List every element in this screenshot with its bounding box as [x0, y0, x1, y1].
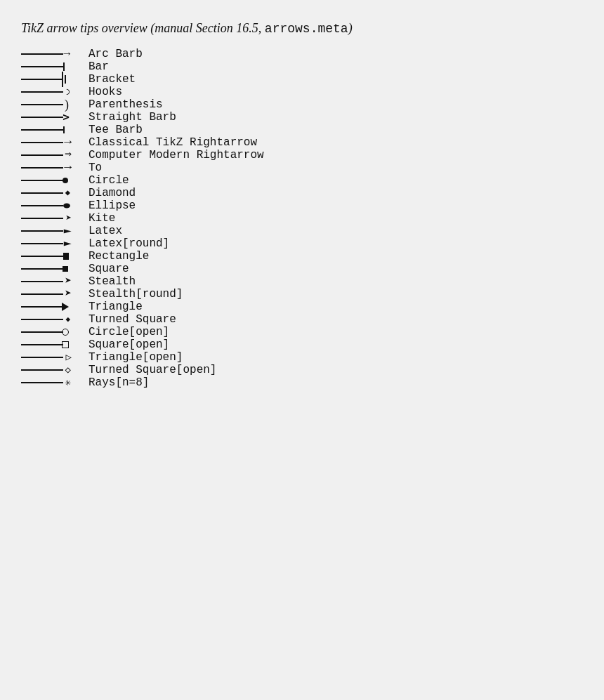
arrow-symbol	[21, 243, 84, 244]
list-item: Rectangle	[21, 251, 583, 262]
arrow-symbol	[21, 66, 84, 67]
list-item: Kite	[21, 213, 583, 224]
list-item: Bar	[21, 61, 583, 72]
ellipse-arrow	[21, 205, 63, 206]
list-item: Hooks	[21, 86, 583, 98]
tee-barb-arrow	[21, 129, 63, 131]
list-item: Turned Square	[21, 314, 583, 325]
item-label: Ellipse	[88, 200, 136, 211]
item-label: Computer Modern Rightarrow	[88, 150, 264, 161]
list-item: Straight Barb	[21, 112, 583, 123]
list-item: Parenthesis	[21, 99, 583, 110]
latex-arrow	[21, 230, 63, 232]
square-arrow	[21, 268, 63, 270]
item-label: Stealth[round]	[88, 289, 183, 300]
circle-open-arrow	[21, 331, 63, 333]
list-item: Triangle	[21, 301, 583, 312]
bar-arrow	[21, 66, 63, 67]
arrow-symbol	[21, 79, 84, 80]
arrow-symbol	[21, 167, 84, 169]
arrow-symbol	[21, 281, 84, 282]
bracket-arrow	[21, 79, 63, 80]
list-item: Computer Modern Rightarrow	[21, 150, 583, 161]
list-item: Square	[21, 263, 583, 275]
item-label: Bar	[88, 61, 109, 72]
arrow-symbol	[21, 306, 84, 308]
arrow-symbol	[21, 91, 84, 93]
arrow-symbol	[21, 331, 84, 333]
arrow-symbol	[21, 369, 84, 371]
list-item: Latex	[21, 225, 583, 237]
item-label: Latex[round]	[88, 238, 169, 249]
stealth-arrow	[21, 281, 63, 282]
list-item: Triangle[open]	[21, 352, 583, 363]
list-item: Tee Barb	[21, 124, 583, 136]
rays-arrow	[21, 382, 63, 383]
item-label: Hooks	[88, 86, 122, 98]
item-label: Square	[88, 263, 129, 275]
parenthesis-arrow	[21, 104, 63, 105]
list-item: Circle[open]	[21, 326, 583, 338]
list-item: Turned Square[open]	[21, 364, 583, 376]
page-title: TikZ arrow tips overview (manual Section…	[21, 21, 583, 36]
item-label: Turned Square	[88, 314, 176, 325]
list-item: Classical TikZ Rightarrow	[21, 137, 583, 148]
turned-square-open-arrow	[21, 369, 63, 371]
arrow-symbol	[21, 53, 84, 55]
cm-right-arrow	[21, 154, 63, 156]
arrow-symbol	[21, 142, 84, 143]
classical-arrow	[21, 142, 63, 143]
arc-barb-arrow	[21, 53, 63, 55]
arrow-symbol	[21, 256, 84, 257]
arrow-symbol	[21, 104, 84, 105]
list-item: Rays[n=8]	[21, 377, 583, 388]
arrow-symbol	[21, 268, 84, 270]
kite-arrow	[21, 218, 63, 219]
list-item: Arc Barb	[21, 48, 583, 60]
item-label: Kite	[88, 213, 115, 224]
item-label: Latex	[88, 225, 122, 237]
list-item: To	[21, 162, 583, 173]
turned-square-arrow	[21, 319, 63, 320]
straight-barb-arrow	[21, 117, 63, 118]
item-label: Parenthesis	[88, 99, 163, 110]
arrow-symbol	[21, 382, 84, 383]
arrow-symbol	[21, 205, 84, 206]
arrow-symbol	[21, 357, 84, 358]
arrow-symbol	[21, 154, 84, 156]
triangle-open-arrow	[21, 357, 63, 358]
arrow-symbol	[21, 230, 84, 232]
item-label: Triangle	[88, 301, 143, 312]
item-label: Bracket	[88, 74, 136, 85]
list-item: Diamond	[21, 187, 583, 199]
item-label: Diamond	[88, 187, 136, 199]
list-item: Ellipse	[21, 200, 583, 211]
hooks-arrow	[21, 91, 63, 93]
list-item: Stealth[round]	[21, 289, 583, 300]
item-label: Arc Barb	[88, 48, 143, 60]
arrow-symbol	[21, 129, 84, 131]
item-label: Square[open]	[88, 339, 169, 350]
circle-arrow	[21, 180, 63, 181]
arrow-symbol	[21, 218, 84, 219]
square-open-arrow	[21, 344, 63, 345]
item-label: To	[88, 162, 102, 173]
list-item: Circle	[21, 175, 583, 186]
list-item: Latex[round]	[21, 238, 583, 249]
to-arrow	[21, 167, 63, 169]
rectangle-arrow	[21, 256, 63, 257]
diamond-arrow	[21, 192, 63, 194]
item-label: Turned Square[open]	[88, 364, 216, 376]
arrow-symbol	[21, 117, 84, 118]
item-label: Rays[n=8]	[88, 377, 149, 388]
triangle-arrow	[21, 306, 63, 308]
item-label: Stealth	[88, 276, 136, 287]
arrow-symbol	[21, 344, 84, 345]
item-label: Rectangle	[88, 251, 149, 262]
list-item: Stealth	[21, 276, 583, 287]
arrow-symbol	[21, 319, 84, 320]
item-label: Triangle[open]	[88, 352, 183, 363]
item-label: Classical TikZ Rightarrow	[88, 137, 257, 148]
arrow-symbol	[21, 192, 84, 194]
item-label: Tee Barb	[88, 124, 143, 136]
